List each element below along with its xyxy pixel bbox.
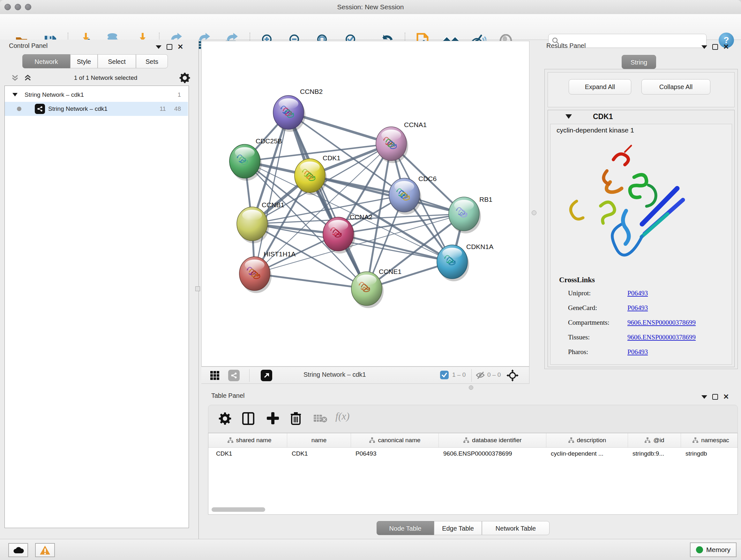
crosslink-value-link[interactable]: P06493 [627, 304, 648, 312]
crosslink-row: GeneCard:P06493 [568, 304, 734, 317]
table-header: shared namenamecanonical namedatabase id… [208, 433, 738, 448]
crosslink-value-link[interactable]: P06493 [627, 289, 648, 297]
column-type-icon [227, 437, 233, 443]
node-label-CDKN1A: CDKN1A [466, 243, 493, 250]
node-CCNB2[interactable]: CCNB2 [273, 88, 323, 132]
column-header-namespac[interactable]: namespac [681, 433, 738, 447]
crosslink-value-link[interactable]: P06493 [627, 348, 648, 356]
node-label-CCNA2: CCNA2 [350, 213, 373, 221]
column-header-name[interactable]: name [287, 433, 351, 447]
hidden-node-edge-counts: 0 – 0 [487, 371, 501, 378]
node-CCNE1[interactable]: CCNE1 [351, 268, 401, 308]
table-cell[interactable]: 9606.ENSP00000378699 [439, 447, 546, 460]
application-window: Session: New Session [0, 0, 741, 560]
results-panel-close-icon[interactable]: ✕ [723, 44, 729, 50]
network-overview-toggle[interactable] [228, 370, 240, 381]
node-HIST1H1A[interactable]: HIST1H1A [239, 250, 295, 293]
expand-all-icon[interactable] [23, 74, 32, 82]
birds-eye-view-icon[interactable] [210, 370, 220, 381]
show-columns-icon[interactable] [242, 412, 254, 425]
cloud-button[interactable] [8, 543, 28, 557]
control-panel-maximize-icon[interactable] [166, 44, 172, 50]
tab-sets[interactable]: Sets [136, 54, 168, 68]
table-cell[interactable]: CDK1 [287, 447, 351, 460]
window-close-button[interactable] [4, 4, 11, 10]
network-collection-label: String Network – cdk1 [24, 91, 84, 98]
control-panel-float-icon[interactable] [156, 45, 161, 49]
table-panel-float-icon[interactable] [701, 395, 707, 399]
tab-network[interactable]: Network [22, 54, 70, 68]
delete-column-icon[interactable] [290, 412, 301, 425]
node-RB1[interactable]: RB1 [449, 196, 492, 233]
table-cell[interactable]: P06493 [351, 447, 439, 460]
crosslink-value-link[interactable]: 9606.ENSP00000378699 [627, 319, 696, 327]
table-panel-maximize-icon[interactable] [712, 394, 718, 400]
network-collection-row[interactable]: String Network – cdk1 1 [5, 88, 188, 102]
network-edge-count: 48 [174, 105, 181, 112]
splitter-handle[interactable] [195, 287, 200, 291]
function-builder-icon: f(x) [335, 410, 349, 422]
network-node-count: 11 [159, 105, 166, 112]
column-header-label: name [312, 437, 327, 444]
column-header-label: canonical name [378, 437, 420, 444]
memory-label: Memory [706, 546, 731, 554]
network-collection-count: 1 [178, 91, 181, 98]
tab-network-table[interactable]: Network Table [482, 521, 549, 535]
splitter-handle[interactable] [532, 210, 536, 215]
network-view-toolbar: String Network – cdk1 1 – 0 0 – 0 [201, 367, 529, 384]
tree-expander-icon[interactable] [12, 93, 17, 97]
column-header-canonical-name[interactable]: canonical name [351, 433, 439, 447]
tab-edge-table[interactable]: Edge Table [434, 521, 482, 535]
column-header-description[interactable]: description [546, 433, 628, 447]
collapse-all-icon[interactable] [11, 74, 19, 82]
table-cell[interactable]: stringdb:9... [628, 447, 681, 460]
warning-icon [40, 545, 51, 555]
results-panel-maximize-icon[interactable] [712, 44, 718, 50]
node-CDC6[interactable]: CDC6 [389, 175, 436, 214]
collapse-all-button[interactable]: Collapse All [642, 79, 711, 95]
node-label-CCNA1: CCNA1 [404, 121, 427, 128]
network-row[interactable]: String Network – cdk1 11 48 [5, 102, 188, 116]
table-gear-icon[interactable] [219, 412, 231, 425]
network-view[interactable]: CCNB2CCNA1CDC25BCDK1CDC6RB1CCNB1CCNA2CDK… [201, 41, 529, 367]
table-cell[interactable]: stringdb [681, 447, 738, 460]
warning-button[interactable] [35, 543, 55, 557]
column-header-database-identifier[interactable]: database identifier [439, 433, 546, 447]
table-panel-close-icon[interactable]: ✕ [723, 394, 729, 400]
add-column-icon[interactable] [266, 412, 279, 425]
table-cell[interactable]: cyclin-dependent ... [546, 447, 628, 460]
window-minimize-button[interactable] [15, 4, 21, 10]
selected-checkbox-icon[interactable] [440, 371, 449, 379]
table-cell[interactable]: CDK1 [212, 447, 287, 460]
tab-style[interactable]: Style [70, 54, 98, 68]
gene-section-expander-icon[interactable] [565, 114, 572, 119]
edge-CCNB2-CCNE1[interactable] [288, 112, 367, 289]
tab-node-table[interactable]: Node Table [377, 521, 434, 535]
column-header-shared-name[interactable]: shared name [212, 433, 287, 447]
hidden-eye-slash-icon [475, 371, 485, 379]
cloud-icon [12, 546, 24, 554]
fit-move-crosshair-icon[interactable] [507, 369, 519, 381]
column-header--id[interactable]: @id [628, 433, 681, 447]
gear-icon[interactable] [179, 72, 190, 83]
node-label-CCNE1: CCNE1 [379, 268, 401, 275]
network-tree: String Network – cdk1 1 String Network –… [4, 85, 189, 528]
gene-name: CDK1 [593, 112, 613, 121]
splitter-handle[interactable] [469, 385, 473, 390]
horizontal-scrollbar[interactable] [212, 507, 265, 512]
node-CDKN1A[interactable]: CDKN1A [437, 243, 493, 281]
control-panel-close-icon[interactable]: ✕ [178, 44, 183, 50]
tab-string[interactable]: String [622, 55, 656, 69]
memory-button[interactable]: Memory [690, 543, 737, 557]
crosslink-value-link[interactable]: 9606.ENSP00000378699 [627, 333, 696, 341]
memory-status-icon [696, 546, 703, 553]
column-type-icon [568, 437, 575, 443]
column-type-icon [692, 437, 698, 443]
edge-CCNB2-HIST1H1A[interactable] [255, 112, 288, 273]
node-CCNA1[interactable]: CCNA1 [376, 121, 427, 163]
tab-select[interactable]: Select [98, 54, 136, 68]
window-zoom-button[interactable] [25, 4, 31, 10]
results-panel-float-icon[interactable] [701, 45, 707, 49]
open-in-new-window-button[interactable] [261, 370, 272, 381]
expand-all-button[interactable]: Expand All [569, 79, 631, 95]
